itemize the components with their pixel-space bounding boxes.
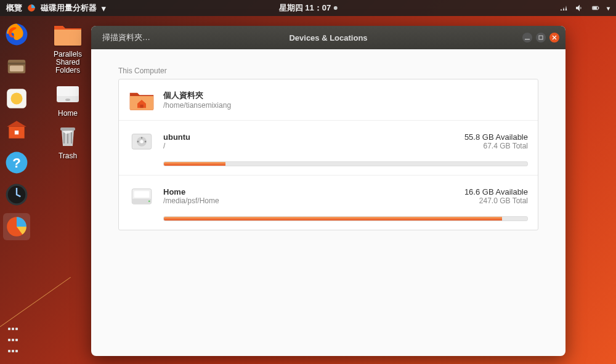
dock: ? [0,16,33,364]
row-path: /media/psf/Home [163,196,456,205]
show-applications-button[interactable] [7,322,18,355]
svg-point-27 [145,141,147,143]
svg-rect-31 [134,191,150,198]
row-path: / [163,142,456,150]
dock-disk-usage[interactable] [3,213,30,240]
desktop-icon-label: Parallels Shared Folders [43,51,92,75]
desktop-trash[interactable]: Trash [43,123,92,160]
usage-bar-media-home [163,216,528,221]
svg-point-32 [148,200,150,202]
desktop-home[interactable]: Home [43,80,92,118]
svg-point-26 [137,141,139,143]
network-icon[interactable] [559,3,569,13]
maximize-button[interactable] [536,33,546,42]
dock-software[interactable] [3,117,30,144]
disk-usage-app-icon [27,4,36,12]
row-total: 67.4 GB Total [464,142,528,150]
app-menu-chevron-icon[interactable]: ▾ [102,4,106,13]
scan-folder-button[interactable]: 掃描資料夾… [97,30,155,46]
svg-text:?: ? [12,155,21,171]
disk-usage-window: 掃描資料夾… Devices & Locations This Computer… [91,26,565,356]
drive-icon [129,128,155,154]
svg-point-25 [140,140,143,143]
drive-icon [129,183,155,209]
section-label: This Computer [118,67,538,75]
desktop-icons: Parallels Shared Folders Home Trash [43,21,92,160]
desktop-icon-label: Home [43,110,92,118]
dock-rhythmbox[interactable] [3,85,30,112]
svg-rect-3 [593,7,597,9]
svg-rect-20 [525,39,530,40]
datetime[interactable]: 星期四 11：07 [279,2,331,14]
battery-icon[interactable] [591,3,601,13]
desktop-parallels-folder[interactable]: Parallels Shared Folders [43,21,92,75]
notification-dot-icon [333,6,337,10]
row-title: Home [163,187,456,196]
svg-rect-6 [8,63,26,65]
row-available: 16.6 GB Available [464,187,528,196]
window-title: Devices & Locations [289,33,367,42]
dock-help[interactable]: ? [3,149,30,176]
usage-bar-fill [164,162,225,166]
desktop-icon-label: Trash [43,152,92,160]
row-title: ubuntu [163,132,456,142]
svg-rect-10 [15,131,18,134]
svg-rect-2 [598,7,599,9]
dock-firefox[interactable] [3,21,30,48]
svg-point-9 [11,93,23,105]
svg-point-28 [141,137,143,139]
row-total: 247.0 GB Total [464,196,528,205]
window-content: This Computer 個人資料夾 /home/tiansemixiang … [91,49,565,243]
row-path: /home/tiansemixiang [163,101,528,110]
svg-rect-21 [539,36,543,39]
dock-clocks[interactable] [3,181,30,208]
svg-rect-7 [10,65,23,71]
minimize-button[interactable] [522,33,532,42]
locations-panel: 個人資料夾 /home/tiansemixiang ubuntu / 55.8 … [118,79,538,230]
svg-rect-19 [60,127,75,131]
row-title: 個人資料夾 [163,90,528,101]
svg-point-18 [65,99,70,101]
location-row-ubuntu[interactable]: ubuntu / 55.8 GB Available 67.4 GB Total [119,121,538,156]
home-folder-icon [129,87,155,113]
dock-files[interactable] [3,53,30,80]
volume-icon[interactable] [575,3,585,13]
overview-button[interactable]: 概覽 [6,2,22,14]
svg-rect-17 [57,86,79,96]
location-row-media-home[interactable]: Home /media/psf/Home 16.6 GB Available 2… [119,176,538,211]
location-row-home-folder[interactable]: 個人資料夾 /home/tiansemixiang [119,79,538,121]
usage-bar-ubuntu [163,161,528,166]
power-chevron-icon[interactable]: ▾ [607,5,610,12]
usage-bar-fill [164,217,502,220]
svg-rect-22 [140,105,143,108]
top-bar: 概覽 磁碟用量分析器 ▾ 星期四 11：07 ▾ [0,0,616,16]
close-button[interactable] [549,33,559,42]
app-name[interactable]: 磁碟用量分析器 [41,2,97,14]
row-available: 55.8 GB Available [464,132,528,142]
window-titlebar[interactable]: 掃描資料夾… Devices & Locations [91,26,565,49]
